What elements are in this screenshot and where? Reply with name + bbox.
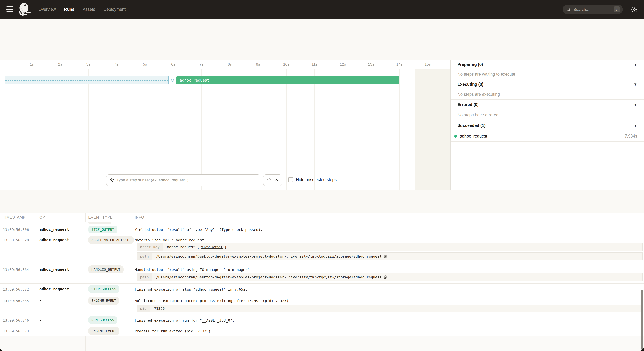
step-status-panel: Preparing (0) ▼ No steps are waiting to …: [450, 60, 644, 190]
search-icon: [566, 7, 571, 12]
log-row[interactable]: 13:09:56.372 adhoc_request STEP_SUCCESS …: [0, 284, 644, 294]
axis-tick: 8s: [216, 62, 244, 66]
axis-tick: 12s: [329, 62, 357, 66]
log-row[interactable]: 13:09:56.328 adhoc_request ASSET_MATERIA…: [0, 234, 644, 263]
log-info: Finished execution of run for "__ASSET_J…: [135, 318, 234, 323]
log-timestamp: 13:09:56.364: [3, 268, 29, 272]
hamburger-menu-icon[interactable]: [6, 6, 13, 12]
axis-tick: 3s: [74, 62, 102, 66]
axis-tick: 14s: [385, 62, 414, 66]
section-caret-icon[interactable]: ▼: [634, 123, 637, 128]
section-caret-icon[interactable]: ▼: [634, 62, 637, 67]
log-op: adhoc_request: [40, 287, 69, 291]
log-toolbar: Levels (5) Copy URL: [0, 190, 644, 213]
caret-up-icon: [275, 178, 278, 182]
log-op: adhoc_request: [40, 267, 69, 272]
metadata-row-path: path /Users/erincochran/Desktop/dagster-…: [137, 252, 642, 260]
log-row[interactable]: 13:09:56.306 adhoc_request STEP_OUTPUT Y…: [0, 224, 644, 234]
section-caret-icon[interactable]: ▼: [634, 103, 637, 107]
top-nav: Overview Runs Assets Deployment Search..…: [0, 0, 644, 19]
axis-tick: 4s: [102, 62, 131, 66]
bracket: [: [197, 245, 199, 249]
nav-item-deployment[interactable]: Deployment: [103, 7, 126, 12]
copy-path-icon[interactable]: [384, 254, 387, 258]
metadata-value: adhoc_request: [167, 245, 195, 249]
step-subset-input[interactable]: [116, 178, 260, 183]
nav-item-overview[interactable]: Overview: [38, 7, 56, 12]
hide-unselected-label: Hide unselected steps: [296, 177, 336, 182]
hide-unselected-checkbox[interactable]: [288, 177, 293, 182]
errored-empty-text: No steps have errored: [450, 110, 644, 120]
nav-item-runs[interactable]: Runs: [64, 7, 74, 12]
metadata-row-pid: pid 71325: [137, 305, 642, 313]
partial-event-pill: [88, 222, 111, 224]
log-table-body: 13:09:56.306 adhoc_request STEP_OUTPUT Y…: [0, 222, 644, 336]
scrollbar-thumb[interactable]: [641, 290, 644, 350]
log-row[interactable]: 13:09:56.873 - ENGINE_EVENT Process for …: [0, 326, 644, 336]
axis-tick: 7s: [187, 62, 216, 66]
log-timestamp: 13:09:56.835: [3, 299, 29, 303]
section-caret-icon[interactable]: ▼: [634, 82, 637, 86]
log-info: Materialized value adhoc_request.: [135, 238, 206, 242]
dagster-logo-icon[interactable]: [16, 2, 31, 17]
metadata-key: path: [137, 253, 152, 260]
view-asset-link[interactable]: View Asset: [201, 245, 222, 249]
log-info: Process for run exited (pid: 71325).: [135, 329, 213, 333]
copy-path-icon[interactable]: [384, 275, 387, 279]
storage-path-link[interactable]: /Users/erincochran/Desktop/dagster-examp…: [156, 275, 382, 279]
axis-tick: 13s: [357, 62, 385, 66]
settings-gear-icon[interactable]: [631, 6, 638, 13]
log-info: Yielded output "result" of type "Any". (…: [135, 228, 262, 232]
log-timestamp: 13:09:56.306: [3, 228, 29, 232]
metadata-key: asset_key: [137, 243, 163, 251]
log-op: adhoc_request: [40, 227, 69, 232]
section-succeeded[interactable]: Succeeded (1) ▼: [450, 120, 644, 131]
event-type-badge: ENGINE_EVENT: [88, 327, 120, 335]
log-op: -: [40, 318, 42, 322]
step-subset-field: [106, 174, 260, 186]
section-title: Errored (0): [458, 102, 479, 107]
storage-path-link[interactable]: /Users/erincochran/Desktop/dagster-examp…: [156, 254, 382, 259]
log-row[interactable]: 13:09:56.364 adhoc_request HANDLED_OUTPU…: [0, 263, 644, 284]
log-row-partial[interactable]: [0, 222, 644, 224]
event-type-badge: HANDLED_OUTPUT: [88, 266, 124, 273]
section-title: Preparing (0): [458, 62, 483, 67]
log-row[interactable]: 13:09:56.846 - RUN_SUCCESS Finished exec…: [0, 315, 644, 326]
log-row[interactable]: 13:09:56.835 - ENGINE_EVENT Multiprocess…: [0, 294, 644, 315]
gantt-canvas: [0, 69, 450, 190]
gantt-toolbar: Hide not started steps Re-execute all (*…: [0, 39, 644, 60]
global-search-input[interactable]: Search... /: [562, 5, 623, 14]
nav-links: Overview Runs Assets Deployment: [38, 0, 126, 19]
section-preparing[interactable]: Preparing (0) ▼: [450, 60, 644, 69]
dagster-run-page: Overview Runs Assets Deployment Search..…: [0, 0, 644, 351]
search-shortcut-key: /: [614, 6, 620, 12]
op-selector-icon: [109, 178, 114, 183]
gantt-after-run-end-region: [414, 69, 450, 190]
section-title: Executing (0): [458, 82, 483, 87]
section-title: Succeeded (1): [458, 123, 486, 128]
metadata-row-asset-key: asset_key adhoc_request [View Asset]: [137, 243, 642, 251]
event-type-badge: ENGINE_EVENT: [88, 297, 120, 305]
event-type-badge: STEP_SUCCESS: [88, 285, 120, 293]
step-subset-apply-group[interactable]: [263, 174, 282, 186]
metadata-key: path: [137, 273, 152, 281]
log-info: Multiprocess executor: parent process ex…: [135, 299, 289, 303]
gantt-step-bar[interactable]: adhoc_request: [176, 76, 400, 84]
nav-item-assets[interactable]: Assets: [83, 7, 95, 12]
bracket: ]: [224, 245, 226, 249]
log-timestamp: 13:09:56.846: [3, 318, 29, 323]
preparing-empty-text: No steps are waiting to execute: [450, 69, 644, 79]
axis-tick: 5s: [131, 62, 159, 66]
log-op: adhoc_request: [40, 238, 69, 242]
log-timestamp: 13:09:56.873: [3, 329, 29, 333]
log-op: -: [40, 329, 42, 333]
search-placeholder: Search...: [574, 7, 589, 12]
executing-empty-text: No steps are executing: [450, 89, 644, 99]
section-executing[interactable]: Executing (0) ▼: [450, 79, 644, 89]
event-type-badge: RUN_SUCCESS: [88, 316, 118, 324]
axis-tick: 11s: [300, 62, 329, 66]
succeeded-step-row[interactable]: adhoc_request 7.934s: [450, 131, 644, 142]
col-op: OP: [40, 215, 45, 219]
section-errored[interactable]: Errored (0) ▼: [450, 99, 644, 110]
gantt-time-axis: 1s 2s 3s 4s 5s 6s 7s 8s 9s 10s 11s 12s 1…: [0, 60, 450, 69]
